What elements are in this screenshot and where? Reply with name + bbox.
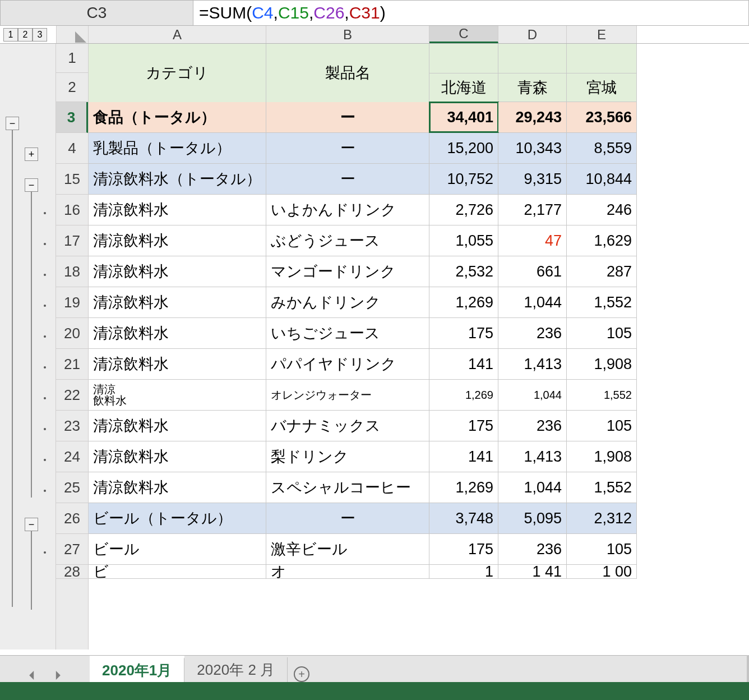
cell-category[interactable]: ビ: [89, 565, 266, 578]
cell-value-d[interactable]: 47: [498, 225, 567, 256]
outline-level-2[interactable]: 2: [18, 28, 33, 42]
cell-product[interactable]: ぶどうジュース: [266, 225, 429, 256]
cell-value-e[interactable]: 8,559: [567, 133, 637, 163]
cell-value-e[interactable]: 1,908: [567, 349, 637, 379]
outline-level-3[interactable]: 3: [33, 28, 47, 42]
cell-product[interactable]: スペシャルコーヒー: [266, 472, 429, 503]
cell-product[interactable]: みかんドリンク: [266, 287, 429, 317]
collapse-icon[interactable]: −: [25, 178, 38, 192]
nav-prev-icon[interactable]: [27, 671, 36, 682]
cell-category[interactable]: 清涼飲料水: [89, 349, 266, 379]
cell-value-c[interactable]: 15,200: [429, 133, 498, 163]
cell-value-e[interactable]: 105: [567, 534, 637, 564]
cell-value-d[interactable]: 1,044: [498, 287, 567, 317]
cell-value-d[interactable]: 236: [498, 534, 567, 564]
cell-value-e[interactable]: 1 00: [567, 565, 637, 578]
cell-value-c[interactable]: 1,269: [429, 380, 498, 410]
row-header-17[interactable]: 17: [56, 225, 88, 256]
cell-value-d[interactable]: 236: [498, 318, 567, 348]
cell-category[interactable]: ビール（トータル）: [89, 503, 266, 533]
cell-product[interactable]: 梨ドリンク: [266, 441, 429, 472]
cell-value-d[interactable]: 1 41: [498, 565, 567, 578]
cell-value-c[interactable]: 1: [429, 565, 498, 578]
cell-category[interactable]: 清涼飲料水: [89, 256, 266, 287]
cell-product[interactable]: マンゴードリンク: [266, 256, 429, 287]
sheet-tab-active[interactable]: 2020年1月: [90, 657, 184, 682]
row-header-25[interactable]: 25: [56, 472, 88, 503]
cell-value-c[interactable]: 3,748: [429, 503, 498, 533]
row-header-28[interactable]: 28: [56, 565, 88, 579]
cell-category[interactable]: 清涼飲料水: [89, 318, 266, 348]
cell-value-c[interactable]: 1,269: [429, 287, 498, 317]
row-header-1[interactable]: 1: [56, 44, 88, 73]
col-header-B[interactable]: B: [266, 26, 429, 43]
row-header-24[interactable]: 24: [56, 441, 88, 472]
cell-value-d[interactable]: 1,044: [498, 472, 567, 503]
row-header-22[interactable]: 22: [56, 380, 88, 411]
select-all-corner[interactable]: [56, 26, 89, 43]
cell-value-c[interactable]: 34,401: [429, 102, 498, 132]
cell-value-c[interactable]: 175: [429, 411, 498, 441]
cell-product[interactable]: 激辛ビール: [266, 534, 429, 564]
sheet-tab[interactable]: 2020年 2 月: [184, 657, 288, 682]
row-header-20[interactable]: 20: [56, 318, 88, 349]
cell-value-e[interactable]: 246: [567, 195, 637, 225]
cell-value-c[interactable]: 1,055: [429, 225, 498, 256]
row-header-3[interactable]: 3: [56, 102, 88, 133]
cell-category[interactable]: 食品（トータル）: [89, 102, 266, 132]
cell-value-e[interactable]: 105: [567, 411, 637, 441]
row-header-15[interactable]: 15: [56, 164, 88, 195]
cell-category[interactable]: 清涼飲料水: [89, 225, 266, 256]
cell-product[interactable]: いちごジュース: [266, 318, 429, 348]
name-box[interactable]: C3: [1, 1, 193, 25]
col-header-A[interactable]: A: [89, 26, 266, 43]
cell-value-e[interactable]: 105: [567, 318, 637, 348]
cell-value-c[interactable]: 10,752: [429, 164, 498, 194]
add-sheet-button[interactable]: +: [288, 666, 316, 682]
collapse-icon[interactable]: −: [6, 117, 19, 130]
col-header-E[interactable]: E: [567, 26, 637, 43]
row-header-26[interactable]: 26: [56, 503, 88, 534]
outline-level-1[interactable]: 1: [3, 28, 18, 42]
cell-value-e[interactable]: 1,552: [567, 472, 637, 503]
cell-category[interactable]: 清涼飲料水: [89, 287, 266, 317]
cell-category[interactable]: ビール: [89, 534, 266, 564]
cell-category[interactable]: 清涼飲料水: [89, 380, 266, 410]
cell-category[interactable]: 清涼飲料水: [89, 441, 266, 472]
row-header-19[interactable]: 19: [56, 287, 88, 318]
cell-value-c[interactable]: 175: [429, 318, 498, 348]
cell-value-c[interactable]: 141: [429, 349, 498, 379]
cell-value-d[interactable]: 1,044: [498, 380, 567, 410]
cell-value-e[interactable]: 1,552: [567, 287, 637, 317]
row-header-2[interactable]: 2: [56, 73, 88, 102]
row-header-21[interactable]: 21: [56, 349, 88, 380]
cell-value-e[interactable]: 287: [567, 256, 637, 287]
cell-value-e[interactable]: 1,552: [567, 380, 637, 410]
cell-value-e[interactable]: 1,629: [567, 225, 637, 256]
cell-value-d[interactable]: 5,095: [498, 503, 567, 533]
cell-product[interactable]: ー: [266, 503, 429, 533]
cell-value-c[interactable]: 141: [429, 441, 498, 472]
cell-product[interactable]: ー: [266, 164, 429, 194]
cell-value-d[interactable]: 1,413: [498, 349, 567, 379]
expand-icon[interactable]: +: [25, 148, 38, 161]
cell-category[interactable]: 清涼飲料水: [89, 411, 266, 441]
cell-product[interactable]: ー: [266, 133, 429, 163]
collapse-icon[interactable]: −: [25, 518, 38, 531]
cell-value-c[interactable]: 1,269: [429, 472, 498, 503]
row-header-16[interactable]: 16: [56, 195, 88, 225]
cell-product[interactable]: オレンジウォーター: [266, 380, 429, 410]
cell-value-d[interactable]: 661: [498, 256, 567, 287]
row-header-23[interactable]: 23: [56, 411, 88, 441]
nav-next-icon[interactable]: [53, 671, 62, 682]
cell-value-e[interactable]: 2,312: [567, 503, 637, 533]
col-header-D[interactable]: D: [498, 26, 567, 43]
cell-product[interactable]: パパイヤドリンク: [266, 349, 429, 379]
cell-product[interactable]: オ: [266, 565, 429, 578]
cell-value-d[interactable]: 10,343: [498, 133, 567, 163]
cell-value-e[interactable]: 10,844: [567, 164, 637, 194]
cell-value-c[interactable]: 2,532: [429, 256, 498, 287]
cell-value-d[interactable]: 29,243: [498, 102, 567, 132]
row-header-4[interactable]: 4: [56, 133, 88, 164]
cell-value-e[interactable]: 1,908: [567, 441, 637, 472]
